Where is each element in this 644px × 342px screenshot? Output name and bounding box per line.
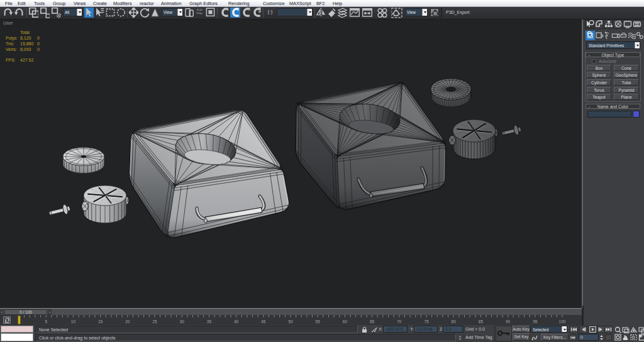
svg-text:65: 65 xyxy=(370,319,375,324)
svg-text:55: 55 xyxy=(316,319,321,324)
svg-text:3: 3 xyxy=(226,8,229,11)
svg-text:60: 60 xyxy=(343,319,348,324)
svg-text:45: 45 xyxy=(261,319,266,324)
svg-text:100: 100 xyxy=(559,319,566,324)
svg-text:75: 75 xyxy=(424,319,429,324)
svg-text:90: 90 xyxy=(506,319,511,324)
svg-text:50: 50 xyxy=(288,319,293,324)
svg-text:85: 85 xyxy=(479,319,484,324)
svg-text:35: 35 xyxy=(207,319,212,324)
svg-text:80: 80 xyxy=(452,319,457,324)
svg-text:25: 25 xyxy=(152,319,157,324)
svg-text:20: 20 xyxy=(125,319,130,324)
svg-text:40: 40 xyxy=(234,319,239,324)
svg-text:30: 30 xyxy=(180,319,185,324)
svg-text:95: 95 xyxy=(533,319,538,324)
svg-text:%: % xyxy=(247,8,250,11)
svg-text:5: 5 xyxy=(45,319,47,324)
svg-text:15: 15 xyxy=(98,319,103,324)
svg-text:L: L xyxy=(236,8,239,11)
svg-text:70: 70 xyxy=(397,319,402,324)
svg-text:10: 10 xyxy=(71,319,76,324)
